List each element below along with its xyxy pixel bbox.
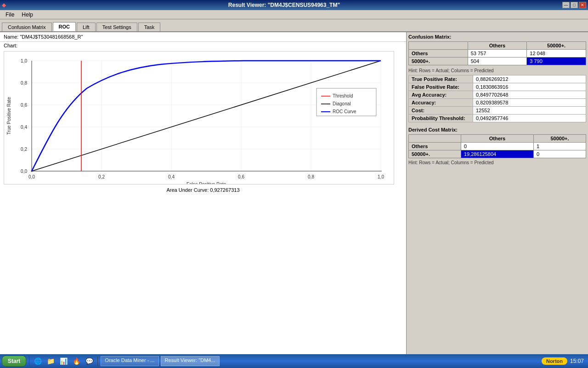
dm-row2-label: 50000+. <box>409 150 461 158</box>
tab-confusion-matrix[interactable]: Confusion Matrix <box>2 23 52 31</box>
area-under-curve-label: Area Under Curve: 0,927267313 <box>4 185 402 195</box>
svg-text:Threshold: Threshold <box>333 93 353 98</box>
metric-value-4: 12552 <box>473 107 586 115</box>
taskbar-icon-app1[interactable]: 📊 <box>58 356 69 367</box>
svg-text:True Positive Rate: True Positive Rate <box>6 97 11 135</box>
name-label: Name: <box>4 34 18 40</box>
dm-row2-val1: 19,286125804 <box>461 150 533 158</box>
tab-task[interactable]: Task <box>138 23 161 31</box>
dm-row1-val1: 0 <box>461 143 533 150</box>
cm-header-0 <box>409 42 468 50</box>
window-title: Result Viewer: "DM4J$CENSUS94963_TM" <box>6 2 562 8</box>
cm-row2-label: 50000+. <box>409 58 468 65</box>
taskbar: Start 🌐 📁 📊 🔥 💬 Oracle Data Miner - ... … <box>0 354 588 368</box>
svg-text:0,8: 0,8 <box>21 80 27 86</box>
taskbar-icon-app2[interactable]: 🔥 <box>71 356 82 367</box>
dm-row1-val2: 1 <box>534 143 586 150</box>
cm-row2-val2: 3 790 <box>527 58 586 65</box>
derived-matrix-table: Others 50000+. Others 0 1 50000+. 19,286… <box>408 134 586 158</box>
cm-header-1: Others <box>468 42 527 50</box>
title-bar: ◆ Result Viewer: "DM4J$CENSUS94963_TM" —… <box>0 0 588 10</box>
chart-wrapper: 1,0 0,8 0,6 0,4 0,2 0,0 0,0 0,2 0,4 0,6 … <box>4 51 402 195</box>
start-button[interactable]: Start <box>2 356 26 367</box>
chart-label: Chart: <box>0 42 406 49</box>
menu-help[interactable]: Help <box>18 11 37 19</box>
metric-label-0: True Positive Rate: <box>409 75 473 83</box>
metric-value-0: 0,8826269212 <box>473 75 586 83</box>
svg-text:0,6: 0,6 <box>238 174 244 179</box>
svg-text:0,0: 0,0 <box>28 174 35 179</box>
metric-value-5: 0,0492957746 <box>473 115 586 122</box>
menu-file[interactable]: File <box>2 11 18 19</box>
tab-roc[interactable]: ROC <box>53 22 76 31</box>
metric-label-1: False Positive Rate: <box>409 83 473 91</box>
dm-header-0 <box>409 135 461 143</box>
taskbar-sep-2 <box>97 356 98 366</box>
derived-matrix-title: Derived Cost Matrix: <box>408 127 586 132</box>
taskbar-oracle[interactable]: Oracle Data Miner - ... <box>101 356 158 366</box>
svg-text:0,0: 0,0 <box>21 169 27 174</box>
svg-text:1,0: 1,0 <box>378 174 384 179</box>
metric-label-2: Avg Accuracy: <box>409 91 473 99</box>
cm-row1-val2: 12 048 <box>527 50 586 58</box>
taskbar-sep-1 <box>29 356 29 366</box>
metric-label-3: Accuracy: <box>409 99 473 107</box>
dm-header-2: 50000+. <box>534 135 586 143</box>
svg-text:0,4: 0,4 <box>21 125 27 130</box>
main-content: Name: "DM4J$T530481668568_R" Chart: <box>0 32 588 358</box>
svg-text:0,4: 0,4 <box>168 174 175 179</box>
right-panel: Confusion Matrix: Others 50000+. Others … <box>407 32 588 358</box>
minimize-button[interactable]: — <box>562 2 570 8</box>
tab-lift[interactable]: Lift <box>77 23 96 31</box>
svg-text:1,0: 1,0 <box>21 58 27 63</box>
svg-text:0,8: 0,8 <box>308 174 314 179</box>
name-value: "DM4J$T530481668568_R" <box>20 34 83 40</box>
taskbar-result-viewer[interactable]: Result Viewer: "DM4... <box>161 356 220 366</box>
metric-label-5: Probability Threshold: <box>409 115 473 122</box>
hint-text-2: Hint: Rows = Actual; Columns = Predicted <box>408 160 586 165</box>
menu-bar: File Help <box>0 10 588 19</box>
svg-text:Diagonal: Diagonal <box>333 101 351 106</box>
metric-value-2: 0,8497702648 <box>473 91 586 99</box>
hint-text-1: Hint: Rows = Actual; Columns = Predicted <box>408 68 586 73</box>
metric-value-3: 0,8209389578 <box>473 99 586 107</box>
cm-header-2: 50000+. <box>527 42 586 50</box>
svg-text:0,2: 0,2 <box>98 174 105 179</box>
close-button[interactable]: ✕ <box>579 2 586 8</box>
tab-bar: Confusion Matrix ROC Lift Test Settings … <box>0 19 588 32</box>
roc-chart-svg: 1,0 0,8 0,6 0,4 0,2 0,0 0,0 0,2 0,4 0,6 … <box>4 51 394 184</box>
cm-row2-val1: 504 <box>468 58 527 65</box>
svg-text:0,6: 0,6 <box>21 103 27 108</box>
svg-text:ROC Curve: ROC Curve <box>333 109 356 114</box>
chart-panel: Name: "DM4J$T530481668568_R" Chart: <box>0 32 407 358</box>
dm-row1-label: Others <box>409 143 461 150</box>
clock: 15:07 <box>570 358 586 364</box>
cm-row1-val1: 53 757 <box>468 50 527 58</box>
taskbar-icon-skype[interactable]: 💬 <box>84 356 95 367</box>
metric-value-1: 0,1830863916 <box>473 83 586 91</box>
tab-test-settings[interactable]: Test Settings <box>96 23 137 31</box>
maximize-button[interactable]: □ <box>571 2 578 8</box>
confusion-matrix-title: Confusion Matrix: <box>408 34 586 40</box>
svg-text:0,2: 0,2 <box>21 147 27 152</box>
taskbar-right: Norton 15:07 <box>542 357 586 365</box>
name-row: Name: "DM4J$T530481668568_R" <box>0 32 406 42</box>
taskbar-icon-folder[interactable]: 📁 <box>45 356 56 367</box>
cm-row1-label: Others <box>409 50 468 58</box>
svg-text:False Positive Rate: False Positive Rate <box>187 182 226 184</box>
dm-header-1: Others <box>461 135 533 143</box>
window-controls: — □ ✕ <box>562 2 586 8</box>
metric-label-4: Cost: <box>409 107 473 115</box>
app-logo: ◆ <box>2 2 6 8</box>
confusion-matrix-table: Others 50000+. Others 53 757 12 048 5000… <box>408 41 586 65</box>
dm-row2-val2: 0 <box>534 150 586 158</box>
taskbar-icon-ie[interactable]: 🌐 <box>32 356 43 367</box>
norton-badge[interactable]: Norton <box>542 357 567 365</box>
metrics-table: True Positive Rate: 0,8826269212 False P… <box>408 75 586 122</box>
